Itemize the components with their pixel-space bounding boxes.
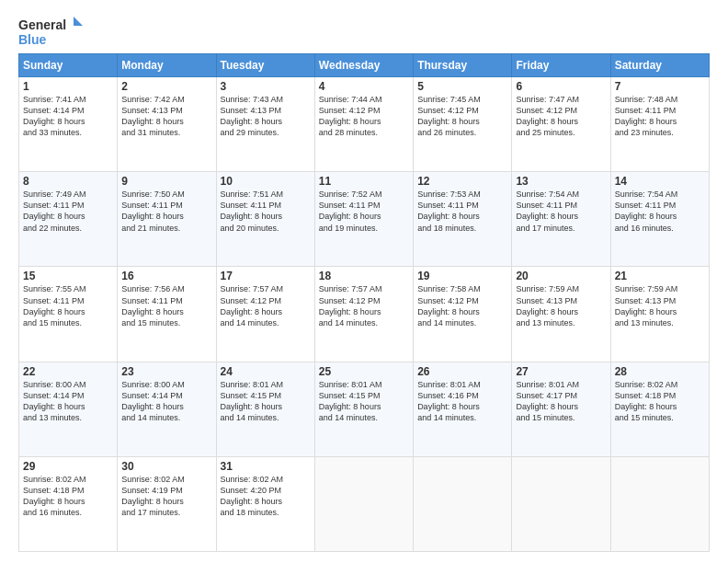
day-info: Sunrise: 7:57 AM Sunset: 4:12 PM Dayligh… bbox=[319, 283, 409, 328]
calendar-cell: 6 Sunrise: 7:47 AM Sunset: 4:12 PM Dayli… bbox=[512, 77, 610, 172]
day-of-week-header: SundayMondayTuesdayWednesdayThursdayFrid… bbox=[19, 54, 710, 77]
calendar-cell bbox=[512, 456, 610, 551]
calendar-cell: 11 Sunrise: 7:52 AM Sunset: 4:11 PM Dayl… bbox=[314, 172, 413, 267]
day-info: Sunrise: 7:51 AM Sunset: 4:11 PM Dayligh… bbox=[221, 189, 311, 234]
calendar-cell: 16 Sunrise: 7:56 AM Sunset: 4:11 PM Dayl… bbox=[118, 267, 216, 362]
calendar-cell bbox=[414, 456, 512, 551]
calendar-cell: 12 Sunrise: 7:53 AM Sunset: 4:11 PM Dayl… bbox=[414, 172, 512, 267]
day-number: 7 bbox=[615, 80, 705, 93]
calendar-cell: 1 Sunrise: 7:41 AM Sunset: 4:14 PM Dayli… bbox=[19, 77, 118, 172]
calendar-cell: 4 Sunrise: 7:44 AM Sunset: 4:12 PM Dayli… bbox=[314, 77, 413, 172]
day-info: Sunrise: 7:47 AM Sunset: 4:12 PM Dayligh… bbox=[516, 94, 606, 139]
svg-marker-2 bbox=[74, 17, 83, 26]
day-info: Sunrise: 7:44 AM Sunset: 4:12 PM Dayligh… bbox=[319, 94, 409, 139]
day-number: 8 bbox=[23, 175, 113, 188]
day-number: 21 bbox=[615, 270, 705, 282]
calendar-cell: 27 Sunrise: 8:01 AM Sunset: 4:17 PM Dayl… bbox=[512, 362, 610, 456]
day-info: Sunrise: 8:02 AM Sunset: 4:20 PM Dayligh… bbox=[221, 474, 311, 519]
calendar-cell: 23 Sunrise: 8:00 AM Sunset: 4:14 PM Dayl… bbox=[118, 362, 216, 456]
day-number: 3 bbox=[221, 80, 311, 93]
calendar-cell: 29 Sunrise: 8:02 AM Sunset: 4:18 PM Dayl… bbox=[19, 456, 118, 551]
svg-text:General: General bbox=[18, 17, 66, 32]
calendar-cell: 8 Sunrise: 7:49 AM Sunset: 4:11 PM Dayli… bbox=[19, 172, 118, 267]
day-number: 31 bbox=[221, 460, 311, 473]
day-info: Sunrise: 8:01 AM Sunset: 4:15 PM Dayligh… bbox=[319, 379, 409, 424]
col-header-saturday: Saturday bbox=[610, 54, 709, 77]
calendar-cell: 5 Sunrise: 7:45 AM Sunset: 4:12 PM Dayli… bbox=[414, 77, 512, 172]
calendar-cell: 28 Sunrise: 8:02 AM Sunset: 4:18 PM Dayl… bbox=[610, 362, 709, 456]
calendar-cell: 15 Sunrise: 7:55 AM Sunset: 4:11 PM Dayl… bbox=[19, 267, 118, 362]
calendar-cell: 9 Sunrise: 7:50 AM Sunset: 4:11 PM Dayli… bbox=[118, 172, 216, 267]
day-info: Sunrise: 7:59 AM Sunset: 4:13 PM Dayligh… bbox=[516, 283, 606, 328]
day-number: 30 bbox=[121, 460, 211, 473]
calendar-cell: 19 Sunrise: 7:58 AM Sunset: 4:12 PM Dayl… bbox=[414, 267, 512, 362]
day-info: Sunrise: 8:01 AM Sunset: 4:16 PM Dayligh… bbox=[417, 379, 507, 424]
day-number: 23 bbox=[121, 365, 211, 378]
day-info: Sunrise: 7:58 AM Sunset: 4:12 PM Dayligh… bbox=[417, 283, 507, 328]
header: General Blue bbox=[18, 15, 710, 48]
day-info: Sunrise: 7:57 AM Sunset: 4:12 PM Dayligh… bbox=[221, 283, 311, 328]
calendar-week-4: 22 Sunrise: 8:00 AM Sunset: 4:14 PM Dayl… bbox=[19, 362, 710, 456]
logo-svg: General Blue bbox=[18, 15, 83, 48]
calendar-cell: 24 Sunrise: 8:01 AM Sunset: 4:15 PM Dayl… bbox=[216, 362, 314, 456]
day-number: 4 bbox=[319, 80, 409, 93]
calendar-cell: 20 Sunrise: 7:59 AM Sunset: 4:13 PM Dayl… bbox=[512, 267, 610, 362]
day-info: Sunrise: 7:54 AM Sunset: 4:11 PM Dayligh… bbox=[516, 189, 606, 234]
calendar-cell: 13 Sunrise: 7:54 AM Sunset: 4:11 PM Dayl… bbox=[512, 172, 610, 267]
day-info: Sunrise: 7:56 AM Sunset: 4:11 PM Dayligh… bbox=[121, 283, 211, 328]
day-number: 11 bbox=[319, 175, 409, 188]
day-number: 10 bbox=[221, 175, 311, 188]
day-info: Sunrise: 8:00 AM Sunset: 4:14 PM Dayligh… bbox=[23, 379, 113, 424]
day-info: Sunrise: 7:55 AM Sunset: 4:11 PM Dayligh… bbox=[23, 283, 113, 328]
day-info: Sunrise: 7:41 AM Sunset: 4:14 PM Dayligh… bbox=[23, 94, 113, 139]
calendar-cell bbox=[314, 456, 413, 551]
calendar-table: SundayMondayTuesdayWednesdayThursdayFrid… bbox=[18, 53, 710, 552]
day-info: Sunrise: 7:49 AM Sunset: 4:11 PM Dayligh… bbox=[23, 189, 113, 234]
day-number: 17 bbox=[221, 270, 311, 282]
calendar-week-1: 1 Sunrise: 7:41 AM Sunset: 4:14 PM Dayli… bbox=[19, 77, 710, 172]
day-number: 20 bbox=[516, 270, 606, 282]
calendar-cell: 31 Sunrise: 8:02 AM Sunset: 4:20 PM Dayl… bbox=[216, 456, 314, 551]
day-info: Sunrise: 8:01 AM Sunset: 4:15 PM Dayligh… bbox=[221, 379, 311, 424]
calendar-cell: 25 Sunrise: 8:01 AM Sunset: 4:15 PM Dayl… bbox=[314, 362, 413, 456]
day-number: 25 bbox=[319, 365, 409, 378]
calendar-cell: 3 Sunrise: 7:43 AM Sunset: 4:13 PM Dayli… bbox=[216, 77, 314, 172]
day-number: 18 bbox=[319, 270, 409, 282]
day-number: 16 bbox=[121, 270, 211, 282]
svg-text:Blue: Blue bbox=[18, 32, 47, 47]
day-number: 1 bbox=[23, 80, 113, 93]
day-number: 29 bbox=[23, 460, 113, 473]
day-info: Sunrise: 7:43 AM Sunset: 4:13 PM Dayligh… bbox=[221, 94, 311, 139]
day-info: Sunrise: 7:45 AM Sunset: 4:12 PM Dayligh… bbox=[417, 94, 507, 139]
day-number: 14 bbox=[615, 175, 705, 188]
calendar-cell: 30 Sunrise: 8:02 AM Sunset: 4:19 PM Dayl… bbox=[118, 456, 216, 551]
day-info: Sunrise: 8:01 AM Sunset: 4:17 PM Dayligh… bbox=[516, 379, 606, 424]
col-header-monday: Monday bbox=[118, 54, 216, 77]
calendar-cell: 17 Sunrise: 7:57 AM Sunset: 4:12 PM Dayl… bbox=[216, 267, 314, 362]
day-number: 6 bbox=[516, 80, 606, 93]
calendar-cell: 7 Sunrise: 7:48 AM Sunset: 4:11 PM Dayli… bbox=[610, 77, 709, 172]
col-header-tuesday: Tuesday bbox=[216, 54, 314, 77]
day-info: Sunrise: 7:52 AM Sunset: 4:11 PM Dayligh… bbox=[319, 189, 409, 234]
day-number: 24 bbox=[221, 365, 311, 378]
calendar-cell: 10 Sunrise: 7:51 AM Sunset: 4:11 PM Dayl… bbox=[216, 172, 314, 267]
day-info: Sunrise: 7:54 AM Sunset: 4:11 PM Dayligh… bbox=[615, 189, 705, 234]
col-header-sunday: Sunday bbox=[19, 54, 118, 77]
day-number: 9 bbox=[121, 175, 211, 188]
calendar-week-2: 8 Sunrise: 7:49 AM Sunset: 4:11 PM Dayli… bbox=[19, 172, 710, 267]
day-number: 26 bbox=[417, 365, 507, 378]
calendar-week-3: 15 Sunrise: 7:55 AM Sunset: 4:11 PM Dayl… bbox=[19, 267, 710, 362]
col-header-friday: Friday bbox=[512, 54, 610, 77]
day-number: 13 bbox=[516, 175, 606, 188]
day-info: Sunrise: 8:02 AM Sunset: 4:18 PM Dayligh… bbox=[615, 379, 705, 424]
page: General Blue SundayMondayTuesdayWednesda… bbox=[0, 0, 728, 563]
calendar-week-5: 29 Sunrise: 8:02 AM Sunset: 4:18 PM Dayl… bbox=[19, 456, 710, 551]
day-number: 22 bbox=[23, 365, 113, 378]
day-info: Sunrise: 7:53 AM Sunset: 4:11 PM Dayligh… bbox=[417, 189, 507, 234]
day-number: 2 bbox=[121, 80, 211, 93]
calendar-cell: 2 Sunrise: 7:42 AM Sunset: 4:13 PM Dayli… bbox=[118, 77, 216, 172]
calendar-cell: 14 Sunrise: 7:54 AM Sunset: 4:11 PM Dayl… bbox=[610, 172, 709, 267]
calendar-cell: 22 Sunrise: 8:00 AM Sunset: 4:14 PM Dayl… bbox=[19, 362, 118, 456]
day-info: Sunrise: 8:00 AM Sunset: 4:14 PM Dayligh… bbox=[121, 379, 211, 424]
day-number: 19 bbox=[417, 270, 507, 282]
